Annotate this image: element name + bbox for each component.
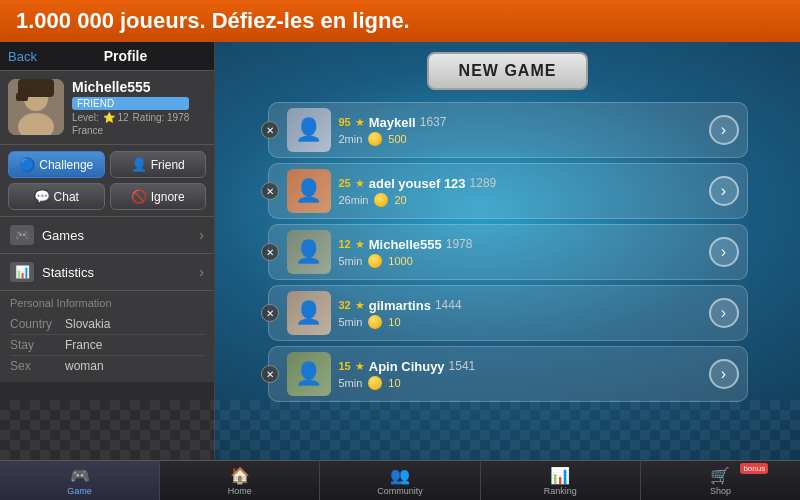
player-time-3: 5min (339, 316, 363, 328)
game-area: NEW GAME ✕ 👤 95 ★ Maykell 1637 2min (215, 42, 800, 460)
nav-item-game[interactable]: 🎮 Game (0, 461, 160, 500)
sex-label: Sex (10, 359, 65, 373)
player-info-0: 95 ★ Maykell 1637 2min 500 (339, 115, 701, 146)
games-label: Games (42, 228, 84, 243)
player-stars-3: 32 (339, 299, 351, 311)
profile-header: Back Profile (0, 42, 214, 71)
player-name-3: gilmartins (369, 298, 431, 313)
friend-button[interactable]: 👤 Friend (110, 151, 207, 178)
go-btn-1[interactable]: › (709, 176, 739, 206)
new-game-button[interactable]: NEW GAME (427, 52, 589, 90)
dismiss-btn-1[interactable]: ✕ (261, 182, 279, 200)
nav-item-ranking[interactable]: 📊 Ranking (481, 461, 641, 500)
player-name-0: Maykell (369, 115, 416, 130)
profile-country: France (72, 125, 189, 136)
go-btn-2[interactable]: › (709, 237, 739, 267)
rating-label: Rating: 1978 (133, 112, 190, 123)
friend-badge: FRIEND (72, 97, 189, 110)
player-name-row-2: 12 ★ Michelle555 1978 (339, 237, 701, 252)
player-coins-0: 500 (388, 133, 406, 145)
player-rating-3: 1444 (435, 298, 462, 312)
player-time-2: 5min (339, 255, 363, 267)
stay-value: France (65, 338, 102, 352)
player-name-1: adel yousef 123 (369, 176, 466, 191)
player-name-row-1: 25 ★ adel yousef 123 1289 (339, 176, 701, 191)
dismiss-btn-2[interactable]: ✕ (261, 243, 279, 261)
ranking-nav-icon: 📊 (550, 466, 570, 485)
profile-username: Michelle555 (72, 79, 189, 95)
coin-icon-1 (374, 193, 388, 207)
player-name-row-3: 32 ★ gilmartins 1444 (339, 298, 701, 313)
player-row: ✕ 👤 25 ★ adel yousef 123 1289 26min 20 (268, 163, 748, 219)
menu-item-statistics[interactable]: 📊 Statistics › (0, 254, 214, 290)
player-list: ✕ 👤 95 ★ Maykell 1637 2min 500 › (268, 102, 748, 402)
chat-button[interactable]: 💬 Chat (8, 183, 105, 210)
player-time-row-4: 5min 10 (339, 376, 701, 390)
player-time-4: 5min (339, 377, 363, 389)
star-icon-0: ★ (355, 116, 365, 129)
player-stars-4: 15 (339, 360, 351, 372)
info-row-country: Country Slovakia (10, 314, 204, 335)
banner-text: 1.000 000 joueurs. Défiez-les en ligne. (16, 8, 410, 34)
coin-icon-2 (368, 254, 382, 268)
player-avatar-3: 👤 (287, 291, 331, 335)
player-name-row-0: 95 ★ Maykell 1637 (339, 115, 701, 130)
player-stars-0: 95 (339, 116, 351, 128)
shop-badge: bonus (740, 463, 768, 474)
player-time-row-1: 26min 20 (339, 193, 701, 207)
community-nav-icon: 👥 (390, 466, 410, 485)
statistics-icon: 📊 (10, 262, 34, 282)
back-button[interactable]: Back (8, 49, 37, 64)
go-btn-0[interactable]: › (709, 115, 739, 145)
nav-item-community[interactable]: 👥 Community (320, 461, 480, 500)
star-icon-1: ★ (355, 177, 365, 190)
player-avatar-1: 👤 (287, 169, 331, 213)
panel-title: Profile (45, 48, 206, 64)
player-info-1: 25 ★ adel yousef 123 1289 26min 20 (339, 176, 701, 207)
player-coins-2: 1000 (388, 255, 412, 267)
star-icon-3: ★ (355, 299, 365, 312)
player-time-1: 26min (339, 194, 369, 206)
game-nav-icon: 🎮 (70, 466, 90, 485)
profile-menu: 🎮 Games › 📊 Statistics › (0, 217, 214, 291)
info-row-sex: Sex woman (10, 356, 204, 376)
profile-avatar (8, 79, 64, 135)
statistics-chevron: › (199, 264, 204, 280)
player-name-2: Michelle555 (369, 237, 442, 252)
challenge-button[interactable]: 🔵 Challenge (8, 151, 105, 178)
player-name-row-4: 15 ★ Apin Cihuyy 1541 (339, 359, 701, 374)
coin-icon-0 (368, 132, 382, 146)
dismiss-btn-3[interactable]: ✕ (261, 304, 279, 322)
sex-value: woman (65, 359, 104, 373)
dismiss-btn-0[interactable]: ✕ (261, 121, 279, 139)
nav-item-shop[interactable]: bonus 🛒 Shop (641, 461, 800, 500)
profile-user-section: Michelle555 FRIEND Level: ⭐ 12 Rating: 1… (0, 71, 214, 145)
star-icon-2: ★ (355, 238, 365, 251)
coin-icon-4 (368, 376, 382, 390)
level-label: Level: (72, 112, 99, 123)
player-avatar-4: 👤 (287, 352, 331, 396)
menu-item-games[interactable]: 🎮 Games › (0, 217, 214, 254)
star-icon-4: ★ (355, 360, 365, 373)
player-info-3: 32 ★ gilmartins 1444 5min 10 (339, 298, 701, 329)
ignore-button[interactable]: 🚫 Ignore (110, 183, 207, 210)
ignore-icon: 🚫 (131, 189, 147, 204)
dismiss-btn-4[interactable]: ✕ (261, 365, 279, 383)
left-panel: Back Profile Michelle555 FRIEND Level: (0, 42, 215, 460)
bottom-nav: 🎮 Game 🏠 Home 👥 Community 📊 Ranking bonu… (0, 460, 800, 500)
player-rating-4: 1541 (449, 359, 476, 373)
go-btn-3[interactable]: › (709, 298, 739, 328)
svg-rect-4 (16, 93, 28, 101)
info-row-stay: Stay France (10, 335, 204, 356)
chat-icon: 💬 (34, 189, 50, 204)
player-info-4: 15 ★ Apin Cihuyy 1541 5min 10 (339, 359, 701, 390)
games-chevron: › (199, 227, 204, 243)
shop-nav-icon: 🛒 (710, 466, 730, 485)
player-avatar-2: 👤 (287, 230, 331, 274)
friend-icon: 👤 (131, 157, 147, 172)
game-nav-label: Game (67, 486, 92, 496)
nav-item-home[interactable]: 🏠 Home (160, 461, 320, 500)
go-btn-4[interactable]: › (709, 359, 739, 389)
player-row: ✕ 👤 32 ★ gilmartins 1444 5min 10 › (268, 285, 748, 341)
player-info-2: 12 ★ Michelle555 1978 5min 1000 (339, 237, 701, 268)
